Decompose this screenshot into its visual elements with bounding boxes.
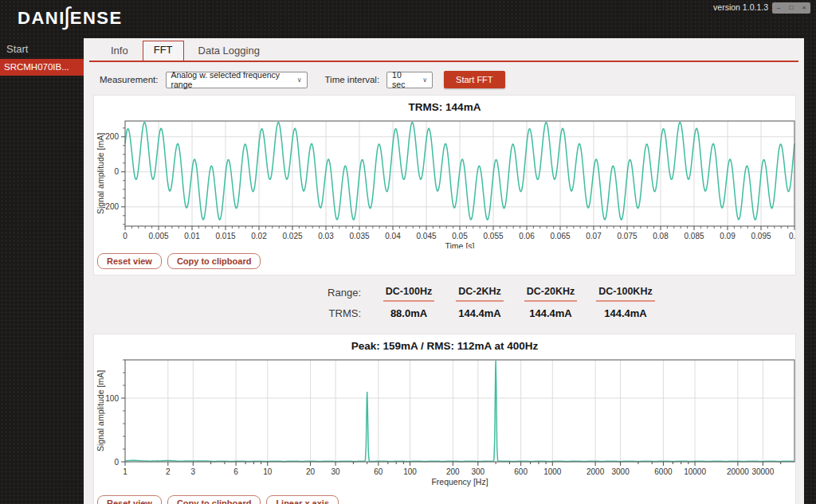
close-icon[interactable]: × (802, 5, 806, 11)
svg-text:200: 200 (105, 132, 119, 141)
range-trms-table: Range: DC-100Hz DC-2KHz DC-20KHz DC-100K… (323, 283, 664, 319)
sidebar-start-label: Start (0, 38, 84, 59)
app-logo: DANI∫ENSE (18, 4, 123, 33)
svg-text:0.075: 0.075 (617, 232, 637, 240)
time-interval-label: Time interval: (325, 75, 380, 84)
time-domain-chart[interactable]: 00.0050.010.0150.020.0250.030.0350.040.0… (94, 115, 795, 252)
svg-text:Time [s]: Time [s] (445, 241, 475, 248)
logo-integral-icon: ∫ (64, 2, 72, 31)
svg-text:0.085: 0.085 (684, 232, 704, 240)
reset-view-button[interactable]: Reset view (97, 495, 162, 504)
time-chart-panel: TRMS: 144mA 00.0050.010.0150.020.0250.03… (93, 95, 796, 275)
svg-text:6: 6 (233, 467, 238, 476)
fft-chart-panel: Peak: 159mA / RMS: 112mA at 400Hz 123610… (93, 334, 796, 504)
time-chart-buttons: Reset view Copy to clipboard (94, 252, 795, 275)
svg-text:Signal amplitude [mA]: Signal amplitude [mA] (96, 370, 105, 451)
svg-text:0.1: 0.1 (789, 232, 796, 240)
fft-spectrum-chart-svg[interactable]: 1236102030601002003006001000200030006000… (95, 354, 796, 490)
svg-text:0.02: 0.02 (251, 232, 267, 240)
trms-row-label: TRMS: (323, 307, 372, 319)
minimize-icon[interactable]: – (777, 5, 780, 11)
svg-text:60: 60 (374, 467, 383, 476)
svg-text:10: 10 (263, 467, 273, 476)
range-link-dc20khz[interactable]: DC-20KHz (514, 283, 587, 302)
svg-text:2: 2 (166, 467, 171, 476)
svg-text:0.035: 0.035 (349, 232, 369, 240)
logo-text-left: DANI (18, 8, 65, 29)
measurement-label: Measurement: (100, 75, 159, 84)
svg-text:0.065: 0.065 (550, 232, 570, 240)
linear-x-axis-button[interactable]: Linear x axis (266, 495, 339, 504)
svg-text:0.06: 0.06 (519, 232, 535, 240)
svg-text:0.04: 0.04 (385, 232, 401, 240)
trms-value-dc100khz: 144.4mA (587, 307, 664, 319)
range-link-dc2khz[interactable]: DC-2KHz (445, 283, 514, 302)
svg-text:0.005: 0.005 (148, 232, 168, 240)
sidebar-item-device[interactable]: SRCMH070IB... (0, 59, 84, 76)
tab-data-logging[interactable]: Data Logging (190, 42, 268, 61)
svg-text:0.025: 0.025 (282, 232, 302, 240)
maximize-icon[interactable]: □ (789, 5, 793, 11)
svg-text:0.01: 0.01 (184, 232, 200, 240)
copy-to-clipboard-button[interactable]: Copy to clipboard (167, 495, 261, 504)
svg-text:30: 30 (331, 467, 340, 476)
svg-text:0.015: 0.015 (215, 232, 235, 240)
svg-text:100: 100 (403, 467, 417, 476)
fft-chart-buttons: Reset view Copy to clipboard Linear x ax… (94, 494, 795, 504)
svg-text:200: 200 (446, 467, 460, 476)
time-interval-select[interactable]: 10 sec ∨ (386, 72, 433, 88)
svg-text:-200: -200 (103, 202, 119, 211)
logo-text-right: ENSE (70, 8, 123, 29)
copy-to-clipboard-button[interactable]: Copy to clipboard (167, 253, 261, 269)
svg-text:20: 20 (306, 467, 316, 476)
window-controls: – □ × (772, 2, 810, 14)
svg-text:1000: 1000 (543, 467, 562, 476)
range-trms-band: Range: DC-100Hz DC-2KHz DC-20KHz DC-100K… (84, 275, 804, 327)
svg-text:6000: 6000 (654, 467, 673, 476)
title-bar: DANI∫ENSE version 1.0.1.3 – □ × (0, 0, 816, 38)
svg-text:2000: 2000 (586, 467, 605, 476)
tab-fft[interactable]: FFT (143, 41, 184, 61)
chevron-down-icon: ∨ (416, 76, 427, 84)
svg-text:0.095: 0.095 (751, 232, 771, 240)
sidebar: Start SRCMH070IB... (0, 38, 84, 504)
svg-text:0.03: 0.03 (318, 232, 334, 240)
fft-chart-title: Peak: 159mA / RMS: 112mA at 400Hz (94, 334, 795, 354)
svg-text:600: 600 (514, 467, 528, 476)
svg-text:30000: 30000 (751, 467, 774, 476)
svg-text:0: 0 (114, 167, 119, 176)
svg-text:100: 100 (105, 394, 119, 403)
svg-text:0.055: 0.055 (483, 232, 503, 240)
svg-text:0.045: 0.045 (416, 232, 436, 240)
tab-info[interactable]: Info (103, 42, 136, 61)
tab-bar: Info FFT Data Logging (84, 38, 804, 61)
svg-text:300: 300 (471, 467, 484, 476)
svg-text:3000: 3000 (611, 467, 630, 476)
range-link-dc100khz[interactable]: DC-100KHz (587, 283, 664, 302)
fft-spectrum-chart[interactable]: 1236102030601002003006001000200030006000… (94, 354, 795, 494)
chevron-down-icon: ∨ (291, 76, 302, 84)
reset-view-button[interactable]: Reset view (97, 253, 162, 269)
svg-text:0.05: 0.05 (452, 232, 468, 240)
svg-text:20000: 20000 (727, 467, 749, 476)
range-link-dc100hz[interactable]: DC-100Hz (372, 283, 445, 302)
svg-text:Frequency [Hz]: Frequency [Hz] (431, 477, 488, 486)
svg-text:0: 0 (123, 232, 128, 240)
time-interval-select-value: 10 sec (392, 70, 416, 89)
main-content: Info FFT Data Logging Measurement: Analo… (84, 38, 804, 504)
time-domain-chart-svg[interactable]: 00.0050.010.0150.020.0250.030.0350.040.0… (95, 115, 796, 248)
measurement-select-value: Analog w. selected frequency range (171, 70, 291, 89)
svg-text:0: 0 (114, 458, 119, 467)
svg-text:1: 1 (123, 467, 128, 476)
start-fft-button[interactable]: Start FFT (444, 71, 504, 88)
svg-text:0.08: 0.08 (653, 232, 669, 240)
svg-text:3: 3 (191, 467, 196, 476)
time-chart-title: TRMS: 144mA (94, 96, 795, 115)
trms-value-dc20khz: 144.4mA (514, 307, 587, 319)
svg-text:10000: 10000 (684, 467, 706, 476)
trms-value-dc2khz: 144.4mA (445, 307, 514, 319)
range-row-label: Range: (323, 287, 372, 299)
svg-text:0.09: 0.09 (720, 232, 736, 240)
measurement-select[interactable]: Analog w. selected frequency range ∨ (166, 72, 308, 88)
trms-value-dc100hz: 88.0mA (372, 307, 445, 319)
